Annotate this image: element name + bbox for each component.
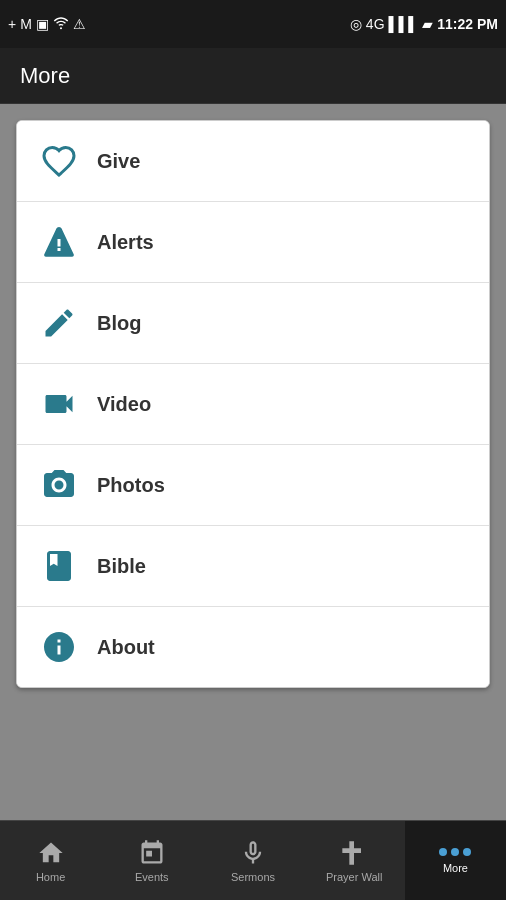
- menu-card: Give Alerts Blog: [16, 120, 490, 688]
- battery-icon: ▰: [422, 16, 433, 32]
- alerts-label: Alerts: [97, 231, 154, 254]
- menu-item-blog[interactable]: Blog: [17, 283, 489, 364]
- signal-icon: 4G: [366, 16, 385, 32]
- main-content: Give Alerts Blog: [0, 104, 506, 820]
- about-label: About: [97, 636, 155, 659]
- page-title: More: [20, 63, 70, 89]
- status-right: ◎ 4G ▌▌▌ ▰ 11:22 PM: [350, 16, 498, 32]
- header: More: [0, 48, 506, 104]
- wifi-icon: [53, 15, 69, 34]
- menu-item-bible[interactable]: Bible: [17, 526, 489, 607]
- book-icon: [37, 544, 81, 588]
- add-icon: +: [8, 16, 16, 32]
- cross-icon: [340, 839, 368, 867]
- photos-label: Photos: [97, 474, 165, 497]
- more-nav-label: More: [443, 862, 468, 874]
- nav-more[interactable]: More: [405, 821, 506, 900]
- video-label: Video: [97, 393, 151, 416]
- menu-item-video[interactable]: Video: [17, 364, 489, 445]
- eye-icon: ◎: [350, 16, 362, 32]
- camera-icon: [37, 463, 81, 507]
- bottom-nav: Home Events Sermons Prayer Wall More: [0, 820, 506, 900]
- prayer-wall-nav-label: Prayer Wall: [326, 871, 382, 883]
- photo-icon: ▣: [36, 16, 49, 32]
- gmail-icon: M: [20, 16, 32, 32]
- dot-2: [451, 848, 459, 856]
- nav-sermons[interactable]: Sermons: [202, 821, 303, 900]
- warning-icon: ⚠: [73, 16, 86, 32]
- heart-icon: [37, 139, 81, 183]
- status-left: + M ▣ ⚠: [8, 15, 86, 34]
- nav-events[interactable]: Events: [101, 821, 202, 900]
- microphone-icon: [239, 839, 267, 867]
- nav-prayer-wall[interactable]: Prayer Wall: [304, 821, 405, 900]
- home-nav-label: Home: [36, 871, 65, 883]
- menu-item-about[interactable]: About: [17, 607, 489, 687]
- time-display: 11:22 PM: [437, 16, 498, 32]
- pencil-icon: [37, 301, 81, 345]
- give-label: Give: [97, 150, 140, 173]
- nav-home[interactable]: Home: [0, 821, 101, 900]
- dot-1: [439, 848, 447, 856]
- calendar-icon: [138, 839, 166, 867]
- video-icon: [37, 382, 81, 426]
- menu-item-give[interactable]: Give: [17, 121, 489, 202]
- dot-3: [463, 848, 471, 856]
- sermons-nav-label: Sermons: [231, 871, 275, 883]
- status-bar: + M ▣ ⚠ ◎ 4G ▌▌▌ ▰ 11:22 PM: [0, 0, 506, 48]
- menu-item-alerts[interactable]: Alerts: [17, 202, 489, 283]
- bible-label: Bible: [97, 555, 146, 578]
- info-icon: [37, 625, 81, 669]
- home-icon: [37, 839, 65, 867]
- bars-icon: ▌▌▌: [389, 16, 419, 32]
- events-nav-label: Events: [135, 871, 169, 883]
- menu-item-photos[interactable]: Photos: [17, 445, 489, 526]
- more-dots-icon: [439, 848, 471, 856]
- exclamation-icon: [37, 220, 81, 264]
- blog-label: Blog: [97, 312, 141, 335]
